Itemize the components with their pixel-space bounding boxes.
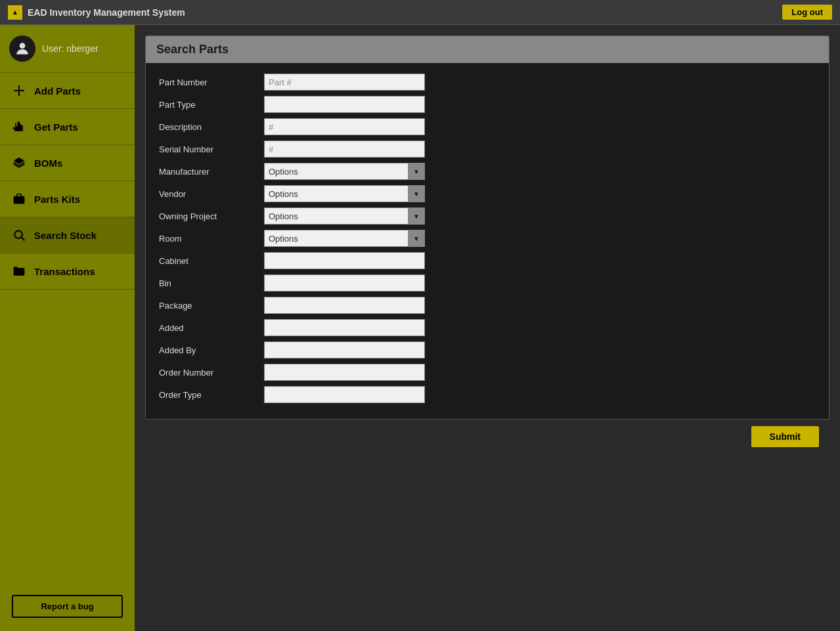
input-added-by[interactable] bbox=[264, 341, 425, 359]
sidebar-label-get-parts: Get Parts bbox=[34, 121, 78, 133]
label-room: Room bbox=[159, 234, 264, 244]
label-owning-project: Owning Project bbox=[159, 211, 264, 221]
field-row-part-type: Part Type bbox=[159, 96, 816, 113]
main-layout: User: nberger Add Parts Get Parts bbox=[0, 25, 840, 631]
sidebar-item-get-parts[interactable]: Get Parts bbox=[0, 109, 135, 145]
submit-button[interactable]: Submit bbox=[751, 426, 819, 447]
folder-icon bbox=[12, 264, 26, 278]
input-part-number[interactable] bbox=[264, 74, 425, 91]
select-wrapper-owning-project: Options ▼ bbox=[264, 207, 425, 225]
svg-line-6 bbox=[22, 238, 25, 241]
sidebar-label-transactions: Transactions bbox=[34, 266, 95, 277]
sidebar-label-boms: BOMs bbox=[34, 158, 62, 169]
field-row-package: Package bbox=[159, 297, 816, 314]
sidebar-label-add-parts: Add Parts bbox=[34, 85, 81, 97]
report-bug-button[interactable]: Report a bug bbox=[12, 595, 123, 618]
sidebar-item-parts-kits[interactable]: Parts Kits bbox=[0, 181, 135, 217]
field-row-vendor: Vendor Options ▼ bbox=[159, 185, 816, 202]
field-row-order-type: Order Type bbox=[159, 386, 816, 403]
svg-rect-2 bbox=[14, 90, 24, 91]
field-row-order-number: Order Number bbox=[159, 364, 816, 381]
hand-icon bbox=[12, 120, 26, 134]
logout-button[interactable]: Log out bbox=[782, 5, 832, 20]
layers-icon bbox=[12, 156, 26, 170]
field-row-room: Room Options ▼ bbox=[159, 230, 816, 247]
input-bin[interactable] bbox=[264, 274, 425, 292]
input-order-type[interactable] bbox=[264, 386, 425, 403]
user-name: User: nberger bbox=[42, 43, 99, 54]
app-title: EAD Inventory Management System bbox=[28, 7, 185, 18]
topbar: ▲ EAD Inventory Management System Log ou… bbox=[0, 0, 840, 25]
sidebar-item-boms[interactable]: BOMs bbox=[0, 145, 135, 181]
field-row-bin: Bin bbox=[159, 274, 816, 292]
input-cabinet[interactable] bbox=[264, 252, 425, 269]
input-package[interactable] bbox=[264, 297, 425, 314]
search-icon bbox=[12, 228, 26, 242]
label-cabinet: Cabinet bbox=[159, 256, 264, 266]
input-description[interactable] bbox=[264, 118, 425, 135]
select-room[interactable]: Options bbox=[264, 230, 425, 247]
submit-area: Submit bbox=[145, 420, 829, 454]
label-vendor: Vendor bbox=[159, 189, 264, 199]
select-owning-project[interactable]: Options bbox=[264, 207, 425, 225]
label-added-by: Added By bbox=[159, 345, 264, 355]
label-added: Added bbox=[159, 323, 264, 333]
field-row-manufacturer: Manufacturer Options ▼ bbox=[159, 163, 816, 180]
search-form: Part Number Part Type Description Serial… bbox=[146, 63, 829, 419]
input-part-type[interactable] bbox=[264, 96, 425, 113]
field-row-added-by: Added By bbox=[159, 341, 816, 359]
app-title-area: ▲ EAD Inventory Management System bbox=[8, 5, 185, 20]
field-row-cabinet: Cabinet bbox=[159, 252, 816, 269]
label-part-type: Part Type bbox=[159, 100, 264, 110]
label-bin: Bin bbox=[159, 278, 264, 288]
label-manufacturer: Manufacturer bbox=[159, 167, 264, 177]
field-row-added: Added bbox=[159, 319, 816, 336]
avatar bbox=[9, 35, 35, 62]
search-parts-panel: Search Parts Part Number Part Type Descr… bbox=[145, 35, 829, 420]
select-wrapper-room: Options ▼ bbox=[264, 230, 425, 247]
field-row-part-number: Part Number bbox=[159, 74, 816, 91]
field-row-owning-project: Owning Project Options ▼ bbox=[159, 207, 816, 225]
input-serial-number[interactable] bbox=[264, 141, 425, 158]
svg-point-0 bbox=[20, 43, 26, 49]
sidebar: User: nberger Add Parts Get Parts bbox=[0, 25, 135, 631]
label-order-number: Order Number bbox=[159, 368, 264, 378]
input-order-number[interactable] bbox=[264, 364, 425, 381]
select-vendor[interactable]: Options bbox=[264, 185, 425, 202]
panel-title: Search Parts bbox=[146, 36, 829, 63]
field-row-description: Description bbox=[159, 118, 816, 135]
svg-point-5 bbox=[14, 230, 22, 238]
label-serial-number: Serial Number bbox=[159, 144, 264, 154]
user-area: User: nberger bbox=[0, 25, 135, 73]
sidebar-label-parts-kits: Parts Kits bbox=[34, 194, 80, 205]
sidebar-item-search-stock[interactable]: Search Stock bbox=[0, 217, 135, 253]
label-part-number: Part Number bbox=[159, 77, 264, 87]
app-icon: ▲ bbox=[8, 5, 22, 20]
input-added[interactable] bbox=[264, 319, 425, 336]
select-manufacturer[interactable]: Options bbox=[264, 163, 425, 180]
label-order-type: Order Type bbox=[159, 390, 264, 400]
sidebar-item-add-parts[interactable]: Add Parts bbox=[0, 73, 135, 109]
svg-rect-4 bbox=[14, 196, 25, 204]
content-area: Search Parts Part Number Part Type Descr… bbox=[135, 25, 840, 631]
field-row-serial-number: Serial Number bbox=[159, 141, 816, 158]
sidebar-label-search-stock: Search Stock bbox=[34, 230, 97, 241]
label-package: Package bbox=[159, 301, 264, 311]
select-wrapper-manufacturer: Options ▼ bbox=[264, 163, 425, 180]
select-wrapper-vendor: Options ▼ bbox=[264, 185, 425, 202]
sidebar-item-transactions[interactable]: Transactions bbox=[0, 253, 135, 290]
plus-icon bbox=[12, 83, 26, 98]
label-description: Description bbox=[159, 122, 264, 132]
briefcase-icon bbox=[12, 192, 26, 206]
